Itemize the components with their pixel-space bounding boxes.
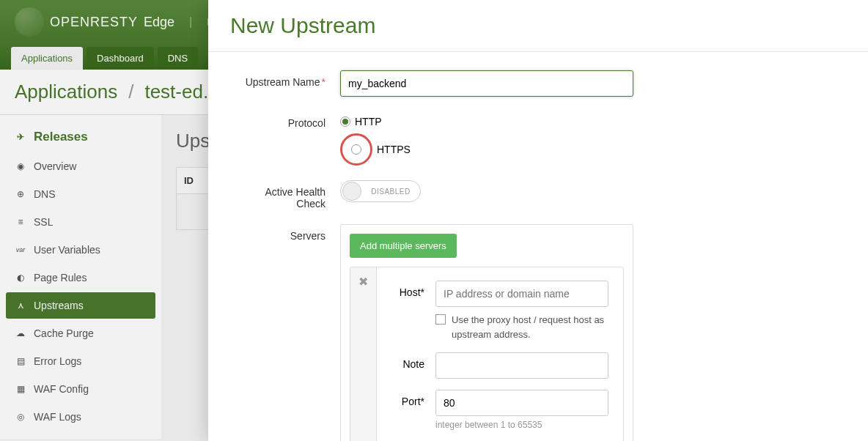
servers-box: Add multiple servers ✖ Host* <box>340 224 633 441</box>
modal-title: New Upstream <box>230 13 846 38</box>
close-button[interactable]: × <box>208 7 216 37</box>
toggle-text: DISABLED <box>361 188 420 196</box>
note-label: Note <box>391 352 435 370</box>
port-input[interactable] <box>435 390 608 416</box>
host-label: Host* <box>391 281 435 298</box>
note-input[interactable] <box>435 352 608 379</box>
health-check-label: Active Health Check <box>238 180 340 210</box>
toggle-knob <box>342 182 361 201</box>
remove-server-button[interactable]: ✖ <box>350 267 377 441</box>
upstream-name-label: Upstream Name* <box>238 70 340 88</box>
modal-panel: × New Upstream Upstream Name* Protocol H… <box>208 0 868 441</box>
radio-label: HTTP <box>355 116 382 127</box>
add-multiple-servers-button[interactable]: Add multiple servers <box>350 234 457 258</box>
highlight-circle <box>340 133 372 166</box>
health-check-toggle[interactable]: DISABLED <box>340 180 421 202</box>
host-input[interactable] <box>435 281 608 307</box>
servers-label: Servers <box>238 224 340 242</box>
protocol-label: Protocol <box>238 111 340 129</box>
checkbox-label: Use the proxy host / request host as ups… <box>452 313 608 341</box>
radio-icon[interactable] <box>351 144 361 155</box>
port-hint: integer between 1 to 65535 <box>435 420 608 430</box>
radio-icon <box>340 116 350 127</box>
upstream-name-input[interactable] <box>340 70 633 97</box>
port-label: Port* <box>391 390 435 407</box>
remove-icon: ✖ <box>358 275 368 289</box>
radio-label[interactable]: HTTPS <box>377 144 411 155</box>
proxy-host-checkbox[interactable] <box>435 314 446 325</box>
server-card: ✖ Host* Use <box>350 267 624 441</box>
protocol-http-radio[interactable]: HTTP <box>340 116 633 127</box>
